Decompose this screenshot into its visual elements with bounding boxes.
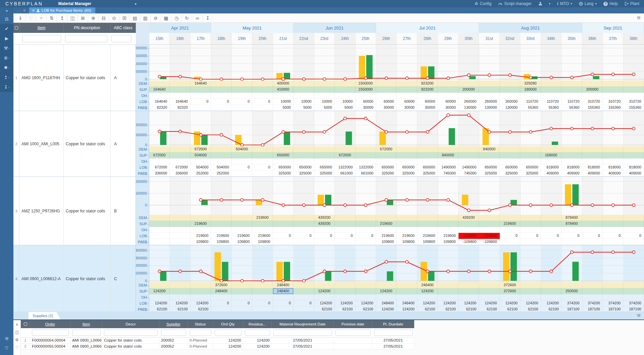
grid-cell-lob[interactable]: 110720 [541, 99, 561, 105]
filter-clear-button[interactable]: ▽ [26, 14, 36, 22]
grid-cell-sup[interactable] [211, 221, 231, 227]
grid-cell-pab[interactable]: 325000 [417, 170, 438, 176]
grid-cell-dem[interactable] [376, 282, 396, 288]
grid-cell-pab[interactable]: 109800 [438, 239, 458, 245]
grid-cell-lob[interactable]: 310720 [582, 99, 603, 105]
grid-cell-pab[interactable]: 30000 [376, 105, 396, 111]
grid-cell-oh[interactable] [396, 158, 417, 164]
supplies-cell-order[interactable]: F000000054.00004 [30, 338, 70, 343]
grid-cell-pab[interactable] [252, 170, 273, 176]
supplies-filter-item-input[interactable] [72, 329, 101, 336]
grid-cell-lob[interactable]: 818000 [623, 164, 644, 170]
grid-cell-oh[interactable] [232, 227, 252, 233]
grid-cell-dem[interactable] [520, 215, 541, 221]
grid-cell-lob[interactable]: 504000 [191, 164, 211, 170]
grid-cell-lob[interactable]: 124200 [149, 300, 170, 306]
grid-cell-sup[interactable]: 672000 [149, 152, 170, 158]
filter-icon[interactable]: ▽ [5, 345, 8, 350]
tab-close-icon[interactable]: ⊗ [32, 9, 35, 12]
grid-cell-sup[interactable] [376, 87, 396, 93]
column-header-item[interactable]: Item [19, 23, 64, 33]
item-row[interactable]: 2AMI 1000_AMI_L005Copper for stator coil… [13, 111, 644, 177]
supplies-cell-pl-duedate[interactable]: 27/05/2021 [372, 338, 414, 343]
grid-cell-lob[interactable]: 672000 [149, 164, 170, 170]
grid-cell-pab[interactable]: 55360 [561, 105, 582, 111]
grid-cell-oh[interactable] [500, 158, 520, 164]
grid-cell-lob[interactable]: 219600 [211, 233, 231, 239]
time-button[interactable]: ◷ [171, 14, 182, 22]
grid-cell-sup[interactable] [252, 288, 273, 294]
grid-cell-dem[interactable] [603, 282, 623, 288]
grid-cell-oh[interactable] [459, 227, 479, 233]
item-code-cell[interactable]: AMI 1000_AMI_L005 [19, 111, 64, 176]
grid-cell-lob[interactable]: 0 [603, 233, 623, 239]
grid-cell-sup[interactable] [170, 221, 190, 227]
grid-cell-pab[interactable]: 55360 [541, 105, 561, 111]
grid-cell-pab[interactable]: -109800 [459, 239, 479, 245]
grid-cell-dem[interactable]: 1500000 [356, 81, 376, 87]
grid-cell-lob[interactable]: 10000 [335, 99, 355, 105]
grid-cell-dem[interactable]: 164640 [191, 81, 211, 87]
grid-cell-lob[interactable]: 219600 [191, 233, 211, 239]
grid-cell-dem[interactable] [541, 215, 561, 221]
grid-cell-sup[interactable] [232, 87, 252, 93]
supplies-cell-residual[interactable]: 124200 [243, 344, 272, 349]
grid-cell-dem[interactable] [623, 282, 644, 288]
grid-cell-dem[interactable] [232, 282, 252, 288]
grid-cell-dem[interactable] [211, 146, 231, 152]
grid-cell-dem[interactable]: 248400 [417, 282, 438, 288]
item-code-cell[interactable]: AMZ 1250_P9726HG [19, 177, 64, 245]
grid-cell-pab[interactable]: 155360 [623, 105, 644, 111]
grid-cell-sup[interactable]: 878400 [561, 221, 582, 227]
grid-cell-sup[interactable] [293, 87, 314, 93]
paste-button[interactable]: ⊞ [78, 14, 88, 22]
grid-cell-dem[interactable]: 823200 [417, 81, 438, 87]
grid-cell-lob[interactable]: 124200 [170, 300, 190, 306]
grid-cell-pab[interactable] [211, 105, 231, 111]
sidebar-item-settings[interactable]: ✱› [0, 63, 13, 72]
grid-cell-lob[interactable]: 650000 [520, 164, 541, 170]
grid-cell-sup[interactable] [356, 152, 376, 158]
grid-cell-dem[interactable] [376, 215, 396, 221]
add-button[interactable]: ⊕ [88, 14, 99, 22]
tab-supplies[interactable]: Supplies (2) [29, 312, 60, 319]
grid-cell-lob[interactable]: 219600 [376, 233, 396, 239]
abc-class-cell[interactable]: A [111, 111, 136, 176]
supplies-column-header-promise-date[interactable]: Promise date [334, 320, 372, 328]
grid-cell-dem[interactable] [252, 146, 273, 152]
grid-cell-pab[interactable] [561, 239, 582, 245]
grid-cell-lob[interactable]: 260000 [479, 99, 499, 105]
grid-cell-sup[interactable]: 164640 [149, 87, 170, 93]
grid-cell-oh[interactable] [623, 227, 644, 233]
grid-cell-pab[interactable]: 325000 [500, 170, 520, 176]
grid-cell-lob[interactable]: 650000 [500, 164, 520, 170]
supplies-column-header-item[interactable]: Item [70, 320, 102, 328]
grid-cell-lob[interactable]: 374200 [561, 300, 582, 306]
grid-cell-oh[interactable] [417, 158, 438, 164]
grid-cell-dem[interactable] [335, 282, 355, 288]
abc-class-cell[interactable]: B [111, 177, 136, 245]
pn-description-cell[interactable]: Copper for stator coils [64, 111, 111, 176]
grid-cell-pab[interactable]: 109800 [376, 239, 396, 245]
supplies-filter-material-requirement-date-input[interactable] [273, 329, 332, 336]
grid-cell-sup[interactable] [252, 87, 273, 93]
grid-cell-sup[interactable]: 372600 [500, 288, 520, 294]
grid-cell-lob[interactable]: 0 [252, 164, 273, 170]
grid-cell-oh[interactable] [252, 93, 273, 99]
grid-cell-lob[interactable]: 0 [293, 233, 314, 239]
tab-lob-for-purchase-items[interactable]: ⊗ LOB for Purchase Items (60) [29, 7, 95, 13]
grid-cell-pab[interactable] [191, 105, 211, 111]
supplies-cell-status[interactable]: 0-Planned [188, 344, 213, 349]
grid-cell-dem[interactable] [149, 282, 170, 288]
grid-cell-oh[interactable] [459, 93, 479, 99]
grid-cell-lob[interactable]: 818000 [582, 164, 603, 170]
grid-cell-oh[interactable] [170, 227, 190, 233]
grid-cell-oh[interactable] [417, 294, 438, 300]
item-code-cell[interactable]: AMI 0900_L006612-A [19, 245, 64, 312]
supplies-filter-status-input[interactable] [190, 329, 211, 336]
grid-cell-oh[interactable] [603, 93, 623, 99]
supplies-cell-ord-qty[interactable]: 124200 [213, 338, 243, 343]
grid-cell-oh[interactable] [500, 294, 520, 300]
grid-cell-sup[interactable] [252, 221, 273, 227]
grid-cell-dem[interactable] [541, 282, 561, 288]
